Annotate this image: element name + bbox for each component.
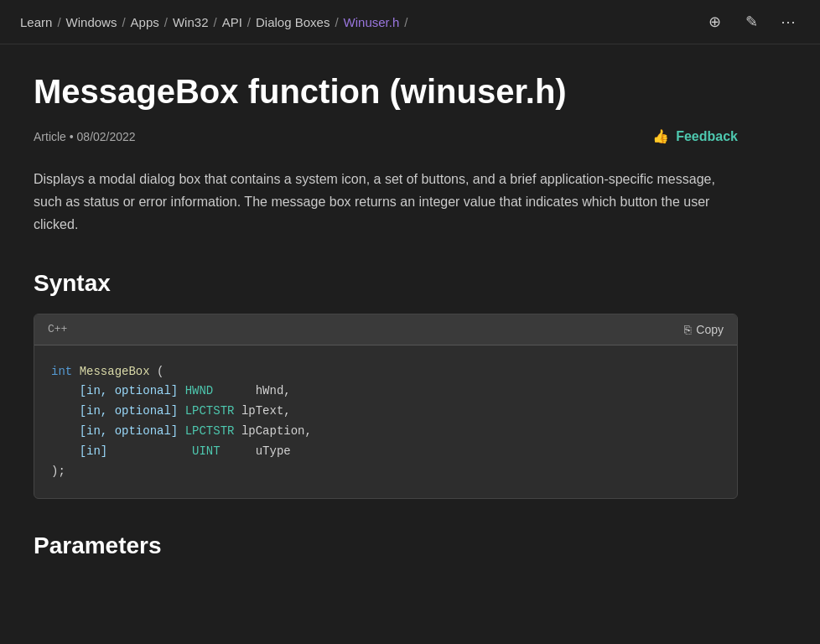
code-keyword-int: int xyxy=(51,365,72,378)
breadcrumb-sep-3: / xyxy=(164,15,168,29)
more-options-button[interactable]: ⋯ xyxy=(776,10,800,34)
breadcrumb-sep-4: / xyxy=(213,15,216,29)
feedback-button[interactable]: 👍 Feedback xyxy=(652,128,738,144)
code-block-header: C++ ⎘ Copy xyxy=(34,314,737,345)
edit-button[interactable]: ✎ xyxy=(740,10,763,34)
copy-button[interactable]: ⎘ Copy xyxy=(684,323,724,336)
code-block-body: int MessageBox ( [in, optional] HWND hWn… xyxy=(34,345,737,499)
edit-icon: ✎ xyxy=(745,13,758,31)
code-line-5: [in] UINT uType xyxy=(51,442,720,462)
breadcrumb-windows[interactable]: Windows xyxy=(66,15,117,29)
page-title: MessageBox function (winuser.h) xyxy=(34,71,738,112)
breadcrumb-learn[interactable]: Learn xyxy=(20,15,52,29)
breadcrumb: Learn / Windows / Apps / Win32 / API / D… xyxy=(20,15,407,29)
meta-row: Article • 08/02/2022 👍 Feedback xyxy=(34,128,738,144)
parameters-heading: Parameters xyxy=(34,532,738,559)
description-text: Displays a modal dialog box that contain… xyxy=(34,168,738,236)
code-block: C++ ⎘ Copy int MessageBox ( [in, optiona… xyxy=(34,314,738,500)
breadcrumb-sep-5: / xyxy=(247,15,251,29)
code-line-4: [in, optional] LPCTSTR lpCaption, xyxy=(51,422,720,442)
article-meta: Article • 08/02/2022 xyxy=(34,130,136,143)
copy-label: Copy xyxy=(696,323,724,336)
feedback-label: Feedback xyxy=(676,129,738,144)
breadcrumb-apps[interactable]: Apps xyxy=(131,15,159,29)
top-nav: Learn / Windows / Apps / Win32 / API / D… xyxy=(0,0,820,44)
main-content: MessageBox function (winuser.h) Article … xyxy=(0,44,771,586)
code-function-messagebox: MessageBox xyxy=(80,365,150,378)
code-lang-label: C++ xyxy=(48,323,67,335)
add-icon: ⊕ xyxy=(708,13,721,31)
breadcrumb-sep-7: / xyxy=(404,15,407,29)
thumbs-up-icon: 👍 xyxy=(652,128,669,144)
code-line-3: [in, optional] LPCTSTR lpText, xyxy=(51,402,720,422)
breadcrumb-sep-2: / xyxy=(122,15,125,29)
copy-icon: ⎘ xyxy=(684,323,691,336)
code-line-6: ); xyxy=(51,462,720,482)
nav-icons: ⊕ ✎ ⋯ xyxy=(703,10,800,34)
breadcrumb-sep-1: / xyxy=(57,15,60,29)
breadcrumb-dialog-boxes[interactable]: Dialog Boxes xyxy=(256,15,330,29)
breadcrumb-win32[interactable]: Win32 xyxy=(173,15,209,29)
breadcrumb-api[interactable]: API xyxy=(222,15,242,29)
breadcrumb-sep-6: / xyxy=(335,15,338,29)
code-line-2: [in, optional] HWND hWnd, xyxy=(51,382,720,402)
syntax-heading: Syntax xyxy=(34,270,738,297)
code-line-1: int MessageBox ( xyxy=(51,362,720,382)
add-collection-button[interactable]: ⊕ xyxy=(703,10,726,34)
more-icon: ⋯ xyxy=(781,13,796,31)
breadcrumb-winuser[interactable]: Winuser.h xyxy=(344,15,400,29)
